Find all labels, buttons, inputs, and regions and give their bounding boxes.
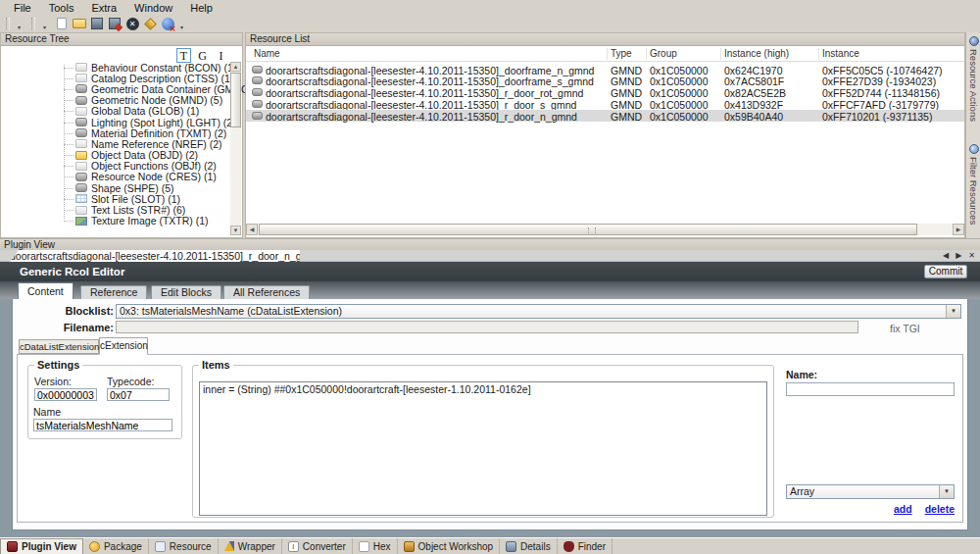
column-name[interactable]: Name	[254, 48, 280, 59]
bottom-tab-converter[interactable]: Converter	[282, 538, 353, 554]
sims-icon	[144, 18, 157, 30]
tree-item[interactable]: Global Data (GLOB) (1)	[56, 106, 228, 117]
toolbar-grip[interactable]	[31, 18, 35, 29]
scroll-down-icon[interactable]: ▼	[230, 226, 241, 235]
filter-resources-tab[interactable]: Filter Resources	[966, 142, 980, 240]
close-tab-icon[interactable]: ✕	[968, 251, 975, 260]
database-icon	[252, 88, 263, 96]
database-icon	[252, 76, 263, 84]
table-row-selected[interactable]: doorartscraftsdiagonal-[leesester-4.10.2…	[246, 110, 964, 122]
table-icon	[75, 194, 87, 203]
scroll-up-icon[interactable]: ▲	[230, 62, 241, 72]
close-icon	[126, 18, 139, 30]
table-row[interactable]: doorartscraftsdiagonal-[leesester-4.10.2…	[246, 87, 964, 99]
delete-link[interactable]: delete	[925, 503, 955, 515]
toolbar-overflow-icon[interactable]: ▾	[39, 18, 50, 30]
tree-item[interactable]: Name Reference (NREF) (2)	[56, 138, 228, 149]
tab-all-references[interactable]: All References	[223, 285, 310, 299]
editor-tab-strip: Content Reference Edit Blocks All Refere…	[0, 281, 980, 299]
document-tab[interactable]: doorartscraftsdiagonal-[leesester-4.10.2…	[10, 250, 300, 262]
open-package-button[interactable]	[71, 16, 88, 31]
scrollbar-thumb[interactable]	[230, 73, 241, 127]
items-listbox[interactable]: inner = (String) ##0x1C050000!doorartcra…	[199, 381, 767, 516]
tree-item[interactable]: Shape (SHPE) (5)	[56, 182, 228, 193]
menu-tools[interactable]: Tools	[41, 1, 82, 15]
tab-scroll-right-icon[interactable]: ▶	[956, 251, 961, 260]
settings-name-input[interactable]	[33, 419, 172, 431]
blocklist-select[interactable]: 0x3: tsMaterialsMeshName (cDataListExten…	[116, 304, 961, 319]
bottom-tab-details[interactable]: Details	[500, 538, 558, 554]
web-offline-icon	[162, 18, 174, 30]
tree-item[interactable]: Text Lists (STR#) (6)	[56, 204, 228, 215]
menu-help[interactable]: Help	[182, 1, 220, 15]
scroll-left-icon[interactable]: ◀	[246, 224, 258, 235]
tree-item[interactable]: Resource Node (CRES) (1)	[56, 172, 228, 182]
save-as-button[interactable]	[106, 16, 123, 31]
tree-item[interactable]: Geometric Data Container (GMDC) (5)	[56, 83, 228, 94]
converter-icon	[288, 541, 299, 552]
list-horizontal-scrollbar[interactable]: ◀ ▶	[246, 224, 964, 235]
bottom-tab-wrapper[interactable]: Wrapper	[219, 538, 282, 554]
tree-item[interactable]: Object Functions (OBJf) (2)	[56, 161, 228, 172]
tab-reference[interactable]: Reference	[80, 285, 147, 299]
commit-button[interactable]: Commit	[924, 265, 967, 278]
tree-scrollbar[interactable]: ▲ ▼	[230, 62, 241, 235]
fix-tgi-link[interactable]: fix TGI	[890, 323, 920, 334]
table-row[interactable]: doorartscraftsdiagonal-[leesester-4.10.2…	[246, 64, 964, 76]
toolbar-overflow-icon[interactable]: ▾	[176, 18, 187, 30]
tree-item[interactable]: Object Data (OBJD) (2)	[56, 150, 228, 161]
new-package-button[interactable]	[53, 16, 71, 31]
tab-content[interactable]: Content	[18, 282, 74, 299]
toolbar-overflow-icon[interactable]: ▾	[14, 18, 24, 30]
details-icon	[506, 541, 516, 552]
bottom-tab-hex[interactable]: Hex	[353, 538, 398, 554]
tree-item[interactable]: Catalog Description (CTSS) (1)	[56, 73, 228, 83]
tab-edit-blocks[interactable]: Edit Blocks	[151, 285, 221, 299]
bottom-tab-plugin-view[interactable]: Plugin View	[0, 538, 83, 554]
offline-mode-button[interactable]	[159, 16, 176, 31]
scrollbar-thumb[interactable]	[259, 224, 917, 235]
column-type[interactable]: Type	[611, 48, 632, 59]
save-button[interactable]	[88, 16, 106, 31]
sims-browser-button[interactable]	[141, 16, 159, 31]
resource-tree-title: Resource Tree	[1, 33, 242, 46]
tab-scroll-left-icon[interactable]: ◀	[943, 251, 949, 260]
bottom-tab-resource[interactable]: Resource	[149, 538, 219, 554]
chevron-down-icon[interactable]: ▼	[939, 485, 954, 498]
close-package-button[interactable]	[123, 16, 141, 31]
chevron-down-icon[interactable]: ▼	[946, 305, 960, 318]
list-item[interactable]: inner = (String) ##0x1C050000!doorartcra…	[200, 382, 766, 396]
tree-item[interactable]: Texture Image (TXTR) (1)	[56, 216, 228, 227]
database-icon	[252, 66, 263, 74]
filename-label: Filename:	[18, 322, 114, 333]
menu-file[interactable]: File	[6, 1, 39, 15]
add-link[interactable]: add	[894, 503, 912, 515]
filename-input[interactable]	[116, 321, 858, 333]
subtab-cextension[interactable]: cExtension	[99, 337, 148, 355]
bottom-tab-object-workshop[interactable]: Object Workshop	[398, 538, 501, 554]
column-instance[interactable]: Instance	[822, 48, 859, 59]
tree-item[interactable]: Material Definition (TXMT) (2)	[56, 127, 228, 138]
column-instance-high[interactable]: Instance (high)	[724, 48, 789, 59]
subtab-cdatalistextension[interactable]: cDataListExtension	[19, 339, 99, 354]
menu-extra[interactable]: Extra	[83, 1, 124, 15]
table-row[interactable]: doorartscraftsdiagonal-[leesester-4.10.2…	[246, 98, 964, 110]
toolbar-grip[interactable]	[6, 18, 10, 29]
tree-item[interactable]: Geometric Node (GMND) (5)	[56, 95, 228, 106]
block-name-input[interactable]	[786, 382, 955, 396]
column-group[interactable]: Group	[650, 48, 677, 59]
scroll-right-icon[interactable]: ▶	[953, 224, 964, 235]
bottom-tab-finder[interactable]: Finder	[558, 538, 612, 554]
version-input[interactable]	[34, 388, 97, 401]
typecode-input[interactable]	[107, 388, 170, 401]
tree-item[interactable]: Lighting (Spot Light) (LGHT) (2)	[56, 117, 228, 127]
bottom-tab-package[interactable]: Package	[83, 538, 149, 554]
table-row[interactable]: doorartscraftsdiagonal-[leesester-4.10.2…	[246, 76, 964, 87]
version-label: Version:	[34, 376, 72, 387]
menu-window[interactable]: Window	[126, 1, 180, 15]
tree-item[interactable]: Behaviour Constant (BCON) (1)	[56, 62, 228, 73]
resource-actions-tab[interactable]: Resource Actions	[966, 34, 980, 132]
cextension-panel: Settings Version: Typecode: Name Items i…	[17, 354, 963, 523]
type-select[interactable]: Array ▼	[786, 484, 955, 499]
tree-item[interactable]: Slot File (SLOT) (1)	[56, 193, 228, 204]
